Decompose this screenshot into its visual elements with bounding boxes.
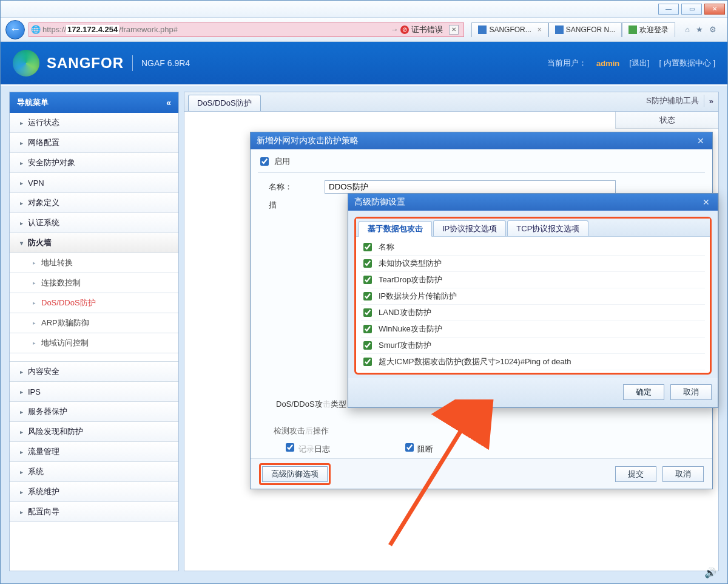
check-row[interactable]: LAND攻击防护: [361, 305, 705, 321]
check-item[interactable]: [363, 276, 372, 284]
sidebar-item-ips[interactable]: ▸IPS: [10, 382, 178, 402]
check-row[interactable]: IP数据块分片传输防护: [361, 288, 705, 305]
sidebar-subitem-nat[interactable]: ▸地址转换: [10, 253, 178, 273]
log-checkbox[interactable]: [286, 443, 294, 452]
check-row[interactable]: TearDrop攻击防护: [361, 272, 705, 288]
advanced-modal-title: 高级防御设置: [354, 197, 405, 208]
column-header-status: 状态: [615, 112, 718, 129]
sidebar-item-label: ARP欺骗防御: [41, 317, 89, 328]
sidebar-item-vpn[interactable]: ▸VPN: [10, 173, 178, 193]
block-checkbox[interactable]: [405, 443, 414, 452]
url-path: /framework.php#: [119, 25, 178, 34]
sidebar-item-object-def[interactable]: ▸对象定义: [10, 193, 178, 213]
current-user-label: 当前用户：: [547, 58, 587, 69]
sidebar-item-system[interactable]: ▸系统: [10, 462, 178, 482]
check-item[interactable]: [363, 243, 372, 251]
ok-button[interactable]: 确定: [623, 384, 664, 400]
check-row[interactable]: Smurf攻击防护: [361, 338, 705, 354]
advanced-tabs: 基于数据包攻击 IP协议报文选项 TCP协议报文选项: [356, 219, 710, 237]
detect-legend-suffix: 操作: [313, 426, 329, 435]
sidebar-item-runtime-status[interactable]: ▸运行状态: [10, 113, 178, 133]
sidebar-subitem-conn-control[interactable]: ▸连接数控制: [10, 273, 178, 293]
nav-back-button[interactable]: ←: [5, 20, 25, 39]
browser-tab[interactable]: SANGFOR...×: [471, 22, 548, 37]
sidebar-item-wizard[interactable]: ▸配置向导: [10, 502, 178, 522]
more-icon[interactable]: »: [709, 97, 713, 106]
close-icon[interactable]: ✕: [701, 197, 712, 208]
sidebar-item-maintenance[interactable]: ▸系统维护: [10, 482, 178, 502]
tab-tcp-options[interactable]: TCP协议报文选项: [507, 220, 588, 236]
log-option[interactable]: 记录日志: [283, 441, 330, 455]
url-scheme: https://: [42, 25, 66, 34]
sidebar-collapse-icon[interactable]: «: [166, 98, 171, 107]
logout-link[interactable]: [退出]: [629, 58, 649, 69]
sound-icon[interactable]: 🔊: [704, 567, 716, 579]
submit-button[interactable]: 提交: [615, 466, 656, 482]
sidebar-item-network-config[interactable]: ▸网络配置: [10, 133, 178, 153]
advanced-highlight-frame: 基于数据包攻击 IP协议报文选项 TCP协议报文选项 名称 未知协议类型防护 T…: [354, 217, 712, 375]
check-item[interactable]: [363, 325, 372, 333]
sidebar-title-label: 导航菜单: [17, 97, 49, 108]
check-row[interactable]: 超大ICMP数据攻击防护(数据尺寸>1024)#Ping of death: [361, 354, 705, 370]
sidebar-item-label: 认证系统: [28, 217, 59, 228]
cert-error-icon: ⊘: [400, 25, 409, 34]
name-field-label: 名称：: [258, 182, 325, 192]
window-minimize-button[interactable]: —: [658, 4, 679, 15]
sidebar-item-server-protect[interactable]: ▸服务器保护: [10, 402, 178, 422]
window-maximize-button[interactable]: ▭: [681, 4, 702, 15]
sidebar-item-firewall[interactable]: ▾防火墙: [10, 233, 178, 253]
cert-error-close[interactable]: ✕: [449, 25, 459, 35]
cert-error-indicator[interactable]: → ⊘ 证书错误 ✕: [385, 24, 463, 35]
check-row[interactable]: WinNuke攻击防护: [361, 321, 705, 338]
check-row[interactable]: 名称: [361, 239, 705, 256]
advanced-defense-button[interactable]: 高级防御选项: [262, 466, 328, 482]
inner-tab-label: TCP协议报文选项: [516, 223, 579, 234]
advanced-check-list: 名称 未知协议类型防护 TearDrop攻击防护 IP数据块分片传输防护 LAN…: [356, 237, 710, 373]
tab-ip-options[interactable]: IP协议报文选项: [433, 220, 506, 236]
check-item[interactable]: [363, 292, 372, 300]
content-right-tool-label[interactable]: S防护辅助工具: [646, 95, 699, 106]
sidebar-item-risk[interactable]: ▸风险发现和防护: [10, 422, 178, 442]
submit-label: 提交: [628, 469, 644, 480]
address-bar[interactable]: 🌐 https:// 172.172.4.254 /framework.php#…: [29, 22, 464, 37]
data-center-link[interactable]: [ 内置数据中心 ]: [659, 58, 715, 69]
name-field[interactable]: [325, 180, 616, 194]
advanced-modal: 高级防御设置 ✕ 基于数据包攻击 IP协议报文选项 TCP协议报文选项: [348, 193, 718, 408]
check-item[interactable]: [363, 308, 372, 317]
sidebar-subitem-arp[interactable]: ▸ARP欺骗防御: [10, 313, 178, 333]
cancel-button[interactable]: 取消: [662, 466, 704, 482]
sidebar-item-label: 内容安全: [28, 366, 59, 377]
advanced-modal-titlebar[interactable]: 高级防御设置 ✕: [348, 194, 718, 211]
content-tab-dos[interactable]: DoS/DDoS防护: [188, 95, 261, 111]
browser-tab[interactable]: SANGFOR N...: [548, 22, 622, 37]
browser-toolbar: ← 🌐 https:// 172.172.4.254 /framework.ph…: [1, 18, 727, 42]
sidebar-item-content-security[interactable]: ▸内容安全: [10, 362, 178, 382]
sidebar-item-auth[interactable]: ▸认证系统: [10, 213, 178, 233]
content-tab-label: DoS/DDoS防护: [197, 98, 252, 109]
policy-modal-titlebar[interactable]: 新增外网对内攻击防护策略 ✕: [251, 132, 712, 149]
check-row[interactable]: 未知协议类型防护: [361, 256, 705, 272]
favicon-icon: [629, 25, 637, 34]
block-option[interactable]: 阻断: [403, 441, 434, 455]
cancel-button[interactable]: 取消: [670, 384, 712, 400]
inner-tab-label: 基于数据包攻击: [368, 223, 423, 234]
sidebar-subitem-region[interactable]: ▸地域访问控制: [10, 333, 178, 353]
sidebar-item-traffic[interactable]: ▸流量管理: [10, 442, 178, 462]
enable-checkbox[interactable]: [260, 157, 269, 166]
favorites-icon[interactable]: ★: [696, 25, 703, 34]
home-icon[interactable]: ⌂: [685, 25, 690, 34]
inner-tab-label: IP协议报文选项: [442, 223, 497, 234]
tab-packet-attack[interactable]: 基于数据包攻击: [359, 221, 432, 237]
check-item[interactable]: [363, 259, 372, 268]
settings-icon[interactable]: ⚙: [709, 25, 716, 34]
column-header-label: 状态: [659, 115, 675, 126]
advanced-button-highlight: 高级防御选项: [259, 463, 331, 485]
sidebar-item-security-objects[interactable]: ▸安全防护对象: [10, 153, 178, 173]
check-item[interactable]: [363, 358, 372, 366]
sidebar-subitem-dos-ddos[interactable]: ▸DoS/DDoS防护: [10, 293, 178, 313]
sidebar-item-label: 服务器保护: [28, 406, 67, 417]
check-item[interactable]: [363, 341, 372, 350]
window-close-button[interactable]: ✕: [704, 4, 725, 15]
browser-tab[interactable]: 欢迎登录: [622, 22, 675, 37]
close-icon[interactable]: ✕: [695, 135, 706, 146]
